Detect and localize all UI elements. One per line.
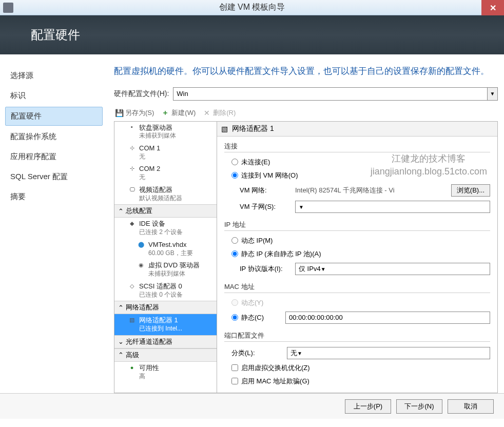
- vm-network-value: Intel(R) 82574L 千兆网络连接 - Vi: [295, 186, 447, 195]
- collapse-icon: ⌃: [118, 207, 124, 215]
- cancel-button[interactable]: 取消: [448, 399, 494, 414]
- delete-icon: ✕: [203, 109, 211, 117]
- tree-floppy[interactable]: ▪软盘驱动器未捕获到媒体: [114, 122, 217, 142]
- radio-dynamic-mac: [231, 299, 238, 306]
- tree-com2[interactable]: ⊹COM 2无: [114, 163, 217, 183]
- radio-not-connected[interactable]: [231, 159, 238, 165]
- port-legend: 端口配置文件: [224, 331, 490, 342]
- connection-legend: 连接: [224, 142, 490, 152]
- hardware-tree[interactable]: ▪软盘驱动器未捕获到媒体 ⊹COM 1无 ⊹COM 2无 🖵视频适配器默认视频适…: [114, 122, 217, 393]
- radio-dynamic-ip[interactable]: [231, 237, 238, 244]
- checkbox-vswitch-opt[interactable]: [231, 364, 238, 371]
- step-select-source[interactable]: 选择源: [5, 67, 103, 85]
- tree-vhd[interactable]: ⬤VMTest.vhdx60.00 GB，主要: [114, 239, 217, 259]
- scsi-icon: ◇: [128, 282, 136, 289]
- window-title: 创建 VM 模板向导: [0, 2, 504, 13]
- mac-legend: MAC 地址: [224, 282, 490, 293]
- hardware-profile-combo[interactable]: Win ▼: [173, 87, 498, 101]
- com-icon: ⊹: [128, 144, 136, 151]
- monitor-icon: 🖵: [128, 186, 136, 193]
- expand-icon: ⌄: [118, 338, 124, 345]
- toolbar: 💾另存为(S) ＋新建(W) ✕删除(R): [114, 106, 498, 120]
- page-header: 配置硬件: [0, 15, 504, 54]
- step-summary[interactable]: 摘要: [5, 188, 103, 206]
- tree-nic-1[interactable]: ▧网络适配器 1已连接到 Intel...: [114, 314, 217, 335]
- wizard-steps: 选择源 标识 配置硬件 配置操作系统 应用程序配置 SQL Server 配置 …: [0, 54, 108, 393]
- detail-panel: ▧ 网络适配器 1 江健龙的技术博客 jiangjianlong.blog.51…: [217, 122, 497, 393]
- close-icon: ✕: [490, 3, 496, 13]
- disk-icon: ⬤: [137, 241, 145, 248]
- close-button[interactable]: ✕: [481, 0, 504, 15]
- save-icon: 💾: [115, 109, 123, 117]
- classification-label: 分类(L):: [231, 348, 283, 358]
- chevron-down-icon: ▼: [487, 88, 497, 100]
- tree-cat-network[interactable]: ⌃网络适配器: [114, 301, 217, 314]
- floppy-icon: ▪: [128, 124, 136, 131]
- tree-dvd[interactable]: ◉虚拟 DVD 驱动器未捕获到媒体: [114, 259, 217, 280]
- com-icon: ⊹: [128, 165, 136, 172]
- tree-video[interactable]: 🖵视频适配器默认视频适配器: [114, 184, 217, 204]
- radio-static-ip[interactable]: [231, 250, 238, 257]
- vm-subnet-label: VM 子网(S):: [240, 202, 291, 211]
- plus-icon: ＋: [161, 109, 169, 117]
- instruction-text: 配置虚拟机的硬件。你可以从硬件配置文件导入设置，也可以基于自己的设置保存新的配置…: [114, 65, 498, 78]
- chevron-down-icon: ▼: [321, 265, 326, 273]
- ip-protocol-label: IP 协议版本(I):: [240, 264, 291, 274]
- titlebar: 创建 VM 模板向导 ✕: [0, 0, 504, 15]
- wizard-footer: 上一步(P) 下一步(N) 取消: [0, 393, 504, 419]
- ide-icon: ◆: [128, 220, 136, 227]
- step-identity[interactable]: 标识: [5, 87, 103, 105]
- next-button[interactable]: 下一步(N): [396, 399, 442, 414]
- chevron-down-icon: ▼: [297, 349, 302, 357]
- step-app-config[interactable]: 应用程序配置: [5, 148, 103, 166]
- step-configure-os[interactable]: 配置操作系统: [5, 128, 103, 146]
- nic-icon: ▧: [128, 316, 136, 323]
- previous-button[interactable]: 上一步(P): [345, 399, 391, 414]
- collapse-icon: ⌃: [118, 351, 124, 359]
- page-title: 配置硬件: [31, 27, 80, 43]
- radio-static-mac[interactable]: [231, 314, 238, 321]
- chevron-down-icon: ▼: [299, 203, 304, 210]
- vm-network-label: VM 网络:: [240, 186, 291, 195]
- hardware-profile-label: 硬件配置文件(H):: [114, 89, 169, 99]
- tree-cat-bus[interactable]: ⌃总线配置: [114, 204, 217, 218]
- step-sql-config[interactable]: SQL Server 配置: [5, 168, 103, 186]
- ip-protocol-combo[interactable]: 仅 IPv4▼: [295, 263, 490, 275]
- availability-icon: ●: [128, 364, 136, 371]
- detail-title: 网络适配器 1: [232, 124, 274, 133]
- radio-connected-vm[interactable]: [231, 172, 238, 179]
- browse-button[interactable]: 浏览(B)...: [451, 184, 490, 197]
- detail-header: ▧ 网络适配器 1: [217, 122, 497, 137]
- tree-availability[interactable]: ●可用性高: [114, 362, 217, 382]
- step-configure-hardware[interactable]: 配置硬件: [5, 107, 103, 126]
- classification-combo[interactable]: 无▼: [287, 347, 490, 359]
- collapse-icon: ⌃: [118, 304, 124, 312]
- tree-com1[interactable]: ⊹COM 1无: [114, 142, 217, 163]
- tree-ide[interactable]: ◆IDE 设备已连接 2 个设备: [114, 218, 217, 238]
- tree-cat-fc[interactable]: ⌄光纤通道适配器: [114, 335, 217, 348]
- save-as-button[interactable]: 💾另存为(S): [115, 108, 154, 118]
- dvd-icon: ◉: [137, 261, 145, 268]
- nic-icon: ▧: [221, 125, 228, 133]
- new-button[interactable]: ＋新建(W): [161, 108, 196, 118]
- tree-cat-advanced[interactable]: ⌃高级: [114, 348, 217, 362]
- delete-button[interactable]: ✕删除(R): [203, 108, 236, 118]
- checkbox-mac-spoof[interactable]: [231, 378, 238, 384]
- vm-subnet-combo[interactable]: ▼: [295, 201, 490, 213]
- ip-legend: IP 地址: [224, 220, 490, 231]
- tree-scsi[interactable]: ◇SCSI 适配器 0已连接 0 个设备: [114, 280, 217, 301]
- mac-address-input[interactable]: [285, 312, 490, 324]
- hardware-profile-value: Win: [177, 90, 188, 98]
